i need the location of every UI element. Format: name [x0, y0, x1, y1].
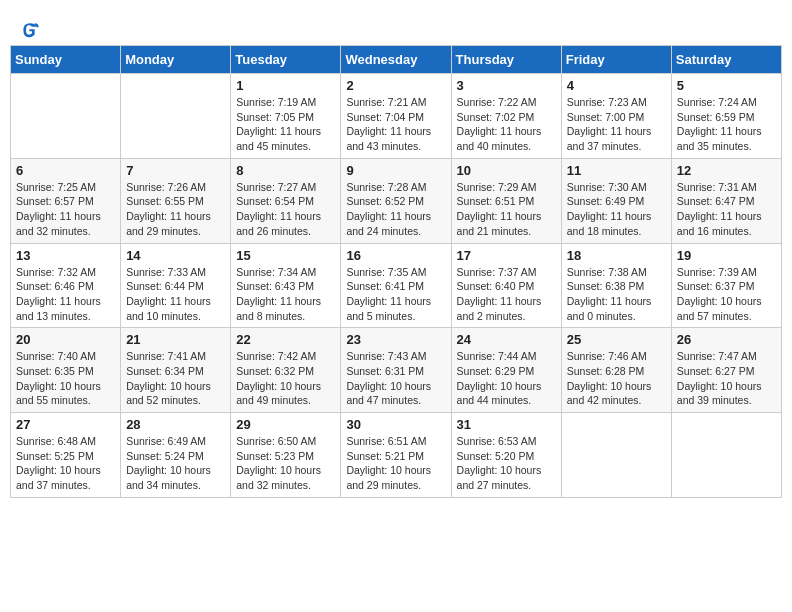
header-cell-friday: Friday [561, 46, 671, 74]
day-cell: 20Sunrise: 7:40 AM Sunset: 6:35 PM Dayli… [11, 328, 121, 413]
week-row-5: 27Sunrise: 6:48 AM Sunset: 5:25 PM Dayli… [11, 413, 782, 498]
day-info: Sunrise: 7:44 AM Sunset: 6:29 PM Dayligh… [457, 349, 556, 408]
day-cell [121, 74, 231, 159]
logo-icon [20, 20, 40, 40]
day-info: Sunrise: 7:24 AM Sunset: 6:59 PM Dayligh… [677, 95, 776, 154]
day-number: 30 [346, 417, 445, 432]
day-cell: 10Sunrise: 7:29 AM Sunset: 6:51 PM Dayli… [451, 158, 561, 243]
day-cell: 2Sunrise: 7:21 AM Sunset: 7:04 PM Daylig… [341, 74, 451, 159]
day-number: 26 [677, 332, 776, 347]
day-cell: 16Sunrise: 7:35 AM Sunset: 6:41 PM Dayli… [341, 243, 451, 328]
day-number: 24 [457, 332, 556, 347]
day-cell: 30Sunrise: 6:51 AM Sunset: 5:21 PM Dayli… [341, 413, 451, 498]
day-info: Sunrise: 6:53 AM Sunset: 5:20 PM Dayligh… [457, 434, 556, 493]
day-info: Sunrise: 7:28 AM Sunset: 6:52 PM Dayligh… [346, 180, 445, 239]
day-cell: 21Sunrise: 7:41 AM Sunset: 6:34 PM Dayli… [121, 328, 231, 413]
day-number: 20 [16, 332, 115, 347]
week-row-2: 6Sunrise: 7:25 AM Sunset: 6:57 PM Daylig… [11, 158, 782, 243]
day-info: Sunrise: 6:50 AM Sunset: 5:23 PM Dayligh… [236, 434, 335, 493]
day-cell: 24Sunrise: 7:44 AM Sunset: 6:29 PM Dayli… [451, 328, 561, 413]
day-cell: 23Sunrise: 7:43 AM Sunset: 6:31 PM Dayli… [341, 328, 451, 413]
day-number: 4 [567, 78, 666, 93]
day-number: 21 [126, 332, 225, 347]
day-cell: 13Sunrise: 7:32 AM Sunset: 6:46 PM Dayli… [11, 243, 121, 328]
day-info: Sunrise: 7:25 AM Sunset: 6:57 PM Dayligh… [16, 180, 115, 239]
day-info: Sunrise: 7:19 AM Sunset: 7:05 PM Dayligh… [236, 95, 335, 154]
day-info: Sunrise: 7:33 AM Sunset: 6:44 PM Dayligh… [126, 265, 225, 324]
day-cell: 18Sunrise: 7:38 AM Sunset: 6:38 PM Dayli… [561, 243, 671, 328]
header-cell-sunday: Sunday [11, 46, 121, 74]
day-cell: 15Sunrise: 7:34 AM Sunset: 6:43 PM Dayli… [231, 243, 341, 328]
day-cell: 17Sunrise: 7:37 AM Sunset: 6:40 PM Dayli… [451, 243, 561, 328]
day-number: 15 [236, 248, 335, 263]
header-cell-saturday: Saturday [671, 46, 781, 74]
day-number: 7 [126, 163, 225, 178]
day-cell: 4Sunrise: 7:23 AM Sunset: 7:00 PM Daylig… [561, 74, 671, 159]
day-info: Sunrise: 7:42 AM Sunset: 6:32 PM Dayligh… [236, 349, 335, 408]
day-number: 13 [16, 248, 115, 263]
day-cell: 19Sunrise: 7:39 AM Sunset: 6:37 PM Dayli… [671, 243, 781, 328]
day-cell [671, 413, 781, 498]
week-row-3: 13Sunrise: 7:32 AM Sunset: 6:46 PM Dayli… [11, 243, 782, 328]
day-number: 10 [457, 163, 556, 178]
day-number: 19 [677, 248, 776, 263]
calendar-table: SundayMondayTuesdayWednesdayThursdayFrid… [10, 45, 782, 498]
day-number: 28 [126, 417, 225, 432]
day-number: 17 [457, 248, 556, 263]
day-cell: 31Sunrise: 6:53 AM Sunset: 5:20 PM Dayli… [451, 413, 561, 498]
header-cell-thursday: Thursday [451, 46, 561, 74]
day-info: Sunrise: 7:41 AM Sunset: 6:34 PM Dayligh… [126, 349, 225, 408]
page-header [10, 10, 782, 45]
day-cell: 22Sunrise: 7:42 AM Sunset: 6:32 PM Dayli… [231, 328, 341, 413]
day-number: 2 [346, 78, 445, 93]
day-number: 1 [236, 78, 335, 93]
day-info: Sunrise: 7:30 AM Sunset: 6:49 PM Dayligh… [567, 180, 666, 239]
day-cell: 27Sunrise: 6:48 AM Sunset: 5:25 PM Dayli… [11, 413, 121, 498]
day-number: 8 [236, 163, 335, 178]
header-cell-wednesday: Wednesday [341, 46, 451, 74]
day-info: Sunrise: 7:32 AM Sunset: 6:46 PM Dayligh… [16, 265, 115, 324]
day-number: 23 [346, 332, 445, 347]
day-cell: 12Sunrise: 7:31 AM Sunset: 6:47 PM Dayli… [671, 158, 781, 243]
day-cell: 28Sunrise: 6:49 AM Sunset: 5:24 PM Dayli… [121, 413, 231, 498]
day-number: 27 [16, 417, 115, 432]
day-info: Sunrise: 6:49 AM Sunset: 5:24 PM Dayligh… [126, 434, 225, 493]
day-cell: 3Sunrise: 7:22 AM Sunset: 7:02 PM Daylig… [451, 74, 561, 159]
day-info: Sunrise: 7:37 AM Sunset: 6:40 PM Dayligh… [457, 265, 556, 324]
day-info: Sunrise: 7:22 AM Sunset: 7:02 PM Dayligh… [457, 95, 556, 154]
day-cell: 14Sunrise: 7:33 AM Sunset: 6:44 PM Dayli… [121, 243, 231, 328]
day-info: Sunrise: 7:40 AM Sunset: 6:35 PM Dayligh… [16, 349, 115, 408]
day-number: 22 [236, 332, 335, 347]
day-cell: 26Sunrise: 7:47 AM Sunset: 6:27 PM Dayli… [671, 328, 781, 413]
day-info: Sunrise: 6:48 AM Sunset: 5:25 PM Dayligh… [16, 434, 115, 493]
day-info: Sunrise: 7:34 AM Sunset: 6:43 PM Dayligh… [236, 265, 335, 324]
day-number: 11 [567, 163, 666, 178]
day-info: Sunrise: 7:38 AM Sunset: 6:38 PM Dayligh… [567, 265, 666, 324]
day-info: Sunrise: 7:26 AM Sunset: 6:55 PM Dayligh… [126, 180, 225, 239]
day-number: 18 [567, 248, 666, 263]
header-cell-tuesday: Tuesday [231, 46, 341, 74]
logo [20, 20, 44, 40]
day-info: Sunrise: 7:31 AM Sunset: 6:47 PM Dayligh… [677, 180, 776, 239]
header-row: SundayMondayTuesdayWednesdayThursdayFrid… [11, 46, 782, 74]
day-info: Sunrise: 7:47 AM Sunset: 6:27 PM Dayligh… [677, 349, 776, 408]
day-cell [11, 74, 121, 159]
day-cell: 7Sunrise: 7:26 AM Sunset: 6:55 PM Daylig… [121, 158, 231, 243]
day-cell: 1Sunrise: 7:19 AM Sunset: 7:05 PM Daylig… [231, 74, 341, 159]
day-info: Sunrise: 7:23 AM Sunset: 7:00 PM Dayligh… [567, 95, 666, 154]
day-number: 29 [236, 417, 335, 432]
day-cell: 6Sunrise: 7:25 AM Sunset: 6:57 PM Daylig… [11, 158, 121, 243]
day-number: 3 [457, 78, 556, 93]
day-cell: 8Sunrise: 7:27 AM Sunset: 6:54 PM Daylig… [231, 158, 341, 243]
day-number: 9 [346, 163, 445, 178]
day-cell [561, 413, 671, 498]
day-info: Sunrise: 7:46 AM Sunset: 6:28 PM Dayligh… [567, 349, 666, 408]
day-cell: 11Sunrise: 7:30 AM Sunset: 6:49 PM Dayli… [561, 158, 671, 243]
day-number: 6 [16, 163, 115, 178]
day-info: Sunrise: 7:43 AM Sunset: 6:31 PM Dayligh… [346, 349, 445, 408]
day-cell: 29Sunrise: 6:50 AM Sunset: 5:23 PM Dayli… [231, 413, 341, 498]
day-cell: 9Sunrise: 7:28 AM Sunset: 6:52 PM Daylig… [341, 158, 451, 243]
header-cell-monday: Monday [121, 46, 231, 74]
week-row-4: 20Sunrise: 7:40 AM Sunset: 6:35 PM Dayli… [11, 328, 782, 413]
day-number: 16 [346, 248, 445, 263]
